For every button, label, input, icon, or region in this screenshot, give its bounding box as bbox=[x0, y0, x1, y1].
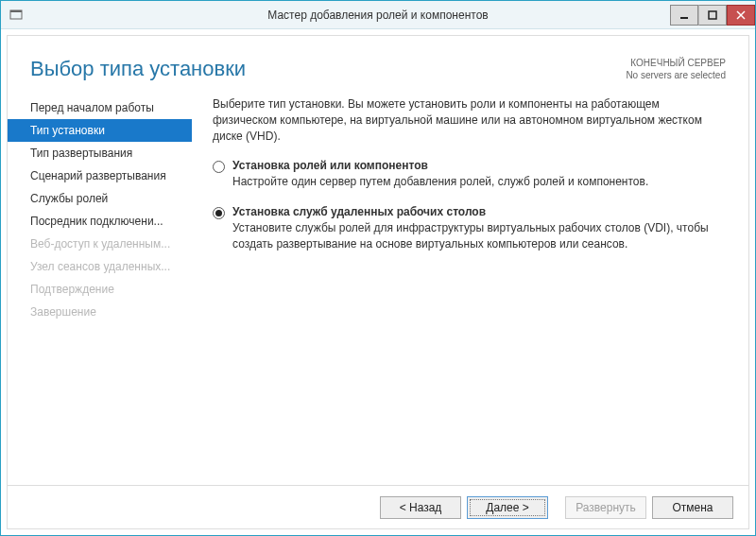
next-button[interactable]: Далее > bbox=[467, 496, 548, 519]
option-rds-text: Установка служб удаленных рабочих столов… bbox=[232, 205, 722, 252]
step-session-host: Узел сеансов удаленных... bbox=[8, 255, 192, 278]
back-button[interactable]: < Назад bbox=[380, 496, 461, 519]
step-role-services[interactable]: Службы ролей bbox=[8, 187, 192, 210]
option-rds-desc: Установите службы ролей для инфраструкту… bbox=[232, 220, 722, 252]
step-confirmation: Подтверждение bbox=[8, 278, 192, 301]
wizard-steps-sidebar: Перед началом работы Тип установки Тип р… bbox=[8, 91, 192, 485]
window-title: Мастер добавления ролей и компонентов bbox=[1, 9, 755, 22]
step-before-you-begin[interactable]: Перед началом работы bbox=[8, 96, 192, 119]
option-rds-title: Установка служб удаленных рабочих столов bbox=[232, 205, 722, 218]
minimize-button[interactable] bbox=[670, 5, 698, 26]
button-bar: < Назад Далее > Развернуть Отмена bbox=[8, 485, 748, 528]
deploy-button: Развернуть bbox=[565, 496, 646, 519]
step-deployment-scenario[interactable]: Сценарий развертывания bbox=[8, 164, 192, 187]
option-rds[interactable]: Установка служб удаленных рабочих столов… bbox=[213, 205, 722, 252]
wizard-body: Перед началом работы Тип установки Тип р… bbox=[8, 91, 748, 485]
maximize-button[interactable] bbox=[698, 5, 727, 26]
step-installation-type[interactable]: Тип установки bbox=[8, 119, 192, 142]
content-area: Выбор типа установки КОНЕЧНЫЙ СЕРВЕР No … bbox=[7, 35, 749, 529]
radio-role-based[interactable] bbox=[213, 161, 225, 173]
intro-text: Выберите тип установки. Вы можете устано… bbox=[213, 96, 722, 144]
app-icon bbox=[9, 8, 24, 23]
step-connection-broker[interactable]: Посредник подключени... bbox=[8, 210, 192, 233]
window-controls bbox=[670, 5, 755, 26]
main-panel: Выберите тип установки. Вы можете устано… bbox=[192, 91, 748, 485]
page-title: Выбор типа установки bbox=[30, 57, 626, 81]
wizard-window: Мастер добавления ролей и компонентов Вы… bbox=[0, 0, 756, 536]
option-role-based[interactable]: Установка ролей или компонентов Настройт… bbox=[213, 159, 722, 190]
step-web-access: Веб-доступ к удаленным... bbox=[8, 233, 192, 255]
radio-rds[interactable] bbox=[213, 207, 225, 219]
server-status: No servers are selected bbox=[626, 69, 726, 81]
svg-rect-3 bbox=[709, 11, 716, 19]
titlebar: Мастер добавления ролей и компонентов bbox=[1, 1, 755, 29]
option-role-based-title: Установка ролей или компонентов bbox=[232, 159, 648, 172]
svg-rect-1 bbox=[10, 10, 22, 12]
page-header: Выбор типа установки КОНЕЧНЫЙ СЕРВЕР No … bbox=[8, 36, 748, 91]
server-info: КОНЕЧНЫЙ СЕРВЕР No servers are selected bbox=[626, 57, 726, 81]
step-deployment-type[interactable]: Тип развертывания bbox=[8, 142, 192, 164]
cancel-button[interactable]: Отмена bbox=[652, 496, 733, 519]
server-label: КОНЕЧНЫЙ СЕРВЕР bbox=[626, 57, 726, 69]
close-button[interactable] bbox=[727, 5, 755, 26]
option-role-based-text: Установка ролей или компонентов Настройт… bbox=[232, 159, 648, 190]
option-role-based-desc: Настройте один сервер путем добавления р… bbox=[232, 174, 648, 190]
step-completion: Завершение bbox=[8, 301, 192, 323]
